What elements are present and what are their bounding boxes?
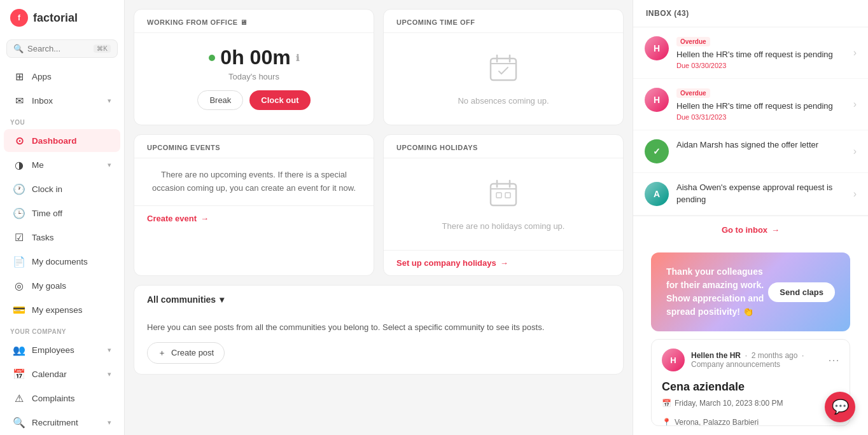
sidebar-item-label: Tasks — [32, 233, 54, 242]
post-author: Hellen the HR — [691, 351, 741, 360]
logo-area: f factorial — [0, 0, 124, 36]
sidebar-item-calendar[interactable]: 📅 Calendar ▾ — [4, 362, 120, 385]
svg-rect-0 — [491, 59, 516, 80]
arrow-icon: → — [500, 258, 508, 268]
inbox-item[interactable]: ✓ Aidan Marsh has signed the offer lette… — [633, 130, 868, 173]
sidebar-item-my-documents[interactable]: 📄 My documents — [4, 250, 120, 273]
chevron-icon: ▾ — [108, 161, 111, 169]
sidebar-item-label: Employees — [32, 345, 74, 355]
calendar-icon: 📅 — [13, 368, 25, 380]
break-button[interactable]: Break — [197, 90, 243, 110]
communities-chevron-icon: ▾ — [220, 294, 224, 305]
post-location: Verona, Palazzo Barbieri — [675, 418, 759, 426]
arrow-icon: → — [200, 214, 209, 223]
sidebar-item-employees[interactable]: 👥 Employees ▾ — [4, 338, 120, 361]
section-company-label: YOUR COMPANY — [0, 322, 124, 338]
arrow-icon: › — [853, 99, 857, 110]
right-panel: INBOX (43) H Overdue Hellen the HR's tim… — [633, 0, 868, 435]
inbox-section: INBOX (43) H Overdue Hellen the HR's tim… — [633, 0, 868, 244]
sidebar-item-label: Me — [32, 160, 44, 170]
create-event-label: Create event — [147, 214, 197, 223]
arrow-icon: › — [853, 146, 857, 157]
avatar: A — [645, 182, 669, 206]
post-options-icon[interactable]: ⋯ — [828, 353, 839, 367]
no-absences-icon — [487, 52, 519, 90]
info-icon[interactable]: ℹ — [296, 53, 299, 63]
set-up-holidays-link[interactable]: Set up company holidays → — [384, 250, 623, 275]
sidebar-item-label: Inbox — [32, 96, 53, 106]
holidays-header: UPCOMING HOLIDAYS — [384, 135, 623, 158]
inbox-item[interactable]: H Overdue Hellen the HR's time off reque… — [633, 27, 868, 79]
sidebar: f factorial 🔍 ⌘K ⊞ Apps ✉ Inbox ▾ YOU ⊙ … — [0, 0, 125, 435]
set-up-holidays-label: Set up company holidays — [396, 258, 496, 268]
go-to-inbox-link[interactable]: Go to inbox → — [633, 216, 868, 244]
main-content: WORKING FROM OFFICE 🖥 0h 00m ℹ Today's h… — [125, 0, 868, 435]
inbox-item-content: Aidan Marsh has signed the offer letter — [676, 139, 846, 151]
sidebar-item-my-goals[interactable]: ◎ My goals — [4, 274, 120, 297]
location-icon: 📍 — [662, 418, 671, 426]
go-to-inbox-label: Go to inbox — [722, 225, 767, 235]
create-post-button[interactable]: ＋ Create post — [147, 342, 225, 364]
sidebar-item-inbox[interactable]: ✉ Inbox ▾ — [4, 89, 120, 112]
logo-icon: f — [10, 9, 28, 27]
sidebar-item-time-off[interactable]: 🕒 Time off — [4, 202, 120, 224]
tasks-icon: ☑ — [13, 231, 25, 244]
search-icon: 🔍 — [13, 44, 24, 53]
chat-fab-button[interactable]: 💬 — [825, 392, 855, 422]
create-event-link[interactable]: Create event → — [134, 205, 374, 231]
events-empty-text: There are no upcoming events. If there i… — [134, 158, 374, 205]
inbox-item[interactable]: H Overdue Hellen the HR's time off reque… — [633, 79, 868, 130]
sidebar-item-label: Clock in — [32, 184, 62, 194]
calendar-icon: 📅 — [662, 399, 671, 408]
plus-icon: ＋ — [158, 347, 166, 359]
claps-text: Thank your colleagues for their amazing … — [666, 265, 768, 319]
upcoming-time-off-card: UPCOMING TIME OFF No absences coming up. — [383, 9, 624, 125]
post-card: H Hellen the HR · 2 months ago · Company… — [651, 339, 850, 426]
post-meta: Hellen the HR · 2 months ago · Company a… — [691, 351, 822, 369]
recruitment-icon: 🔍 — [13, 416, 25, 429]
sidebar-item-me[interactable]: ◑ Me ▾ — [4, 153, 120, 176]
post-details: 📅 Friday, March 10, 2023 8:00 PM 📍 Veron… — [652, 394, 850, 426]
communities-header[interactable]: All communities ▾ — [134, 286, 623, 314]
top-row: WORKING FROM OFFICE 🖥 0h 00m ℹ Today's h… — [134, 9, 624, 125]
search-input[interactable] — [27, 44, 90, 53]
timer-label: Today's hours — [228, 72, 279, 81]
sidebar-item-dashboard[interactable]: ⊙ Dashboard — [4, 129, 120, 152]
sidebar-item-apps[interactable]: ⊞ Apps — [4, 65, 120, 88]
sidebar-item-tasks[interactable]: ☑ Tasks — [4, 226, 120, 249]
sidebar-item-recruitment[interactable]: 🔍 Recruitment ▾ — [4, 411, 120, 434]
chevron-icon: ▾ — [108, 418, 111, 427]
inbox-item-content: Overdue Hellen the HR's time off request… — [676, 88, 846, 121]
sidebar-item-label: Time off — [32, 209, 62, 218]
avatar: ✓ — [645, 139, 669, 163]
sidebar-item-label: Complaints — [32, 394, 75, 403]
center-panel: WORKING FROM OFFICE 🖥 0h 00m ℹ Today's h… — [125, 0, 633, 435]
post-date: Friday, March 10, 2023 8:00 PM — [675, 399, 783, 408]
clock-out-button[interactable]: Clock out — [249, 90, 310, 110]
post-title: Cena aziendale — [652, 380, 850, 394]
sidebar-item-label: Apps — [32, 72, 52, 81]
search-box[interactable]: 🔍 ⌘K — [6, 39, 118, 58]
upcoming-holidays-card: UPCOMING HOLIDAYS There are no holidays … — [383, 134, 624, 276]
inbox-item-content: Aisha Owen's expense approval request is… — [676, 182, 846, 205]
wfo-timer-area: 0h 00m ℹ Today's hours Break Clock out — [134, 33, 374, 116]
post-location-item: 📍 Verona, Palazzo Barbieri — [662, 418, 759, 426]
timer-buttons: Break Clock out — [197, 90, 310, 110]
timer-display: 0h 00m — [220, 46, 290, 69]
holidays-empty: There are no holidays coming up. — [384, 158, 623, 250]
sidebar-item-complaints[interactable]: ⚠ Complaints — [4, 387, 120, 410]
send-claps-button[interactable]: Send claps — [768, 282, 835, 302]
sidebar-item-clock-in[interactable]: 🕐 Clock in — [4, 177, 120, 200]
inbox-header: INBOX (43) — [633, 0, 868, 27]
sidebar-item-my-expenses[interactable]: 💳 My expenses — [4, 298, 120, 321]
wfo-card-header: WORKING FROM OFFICE 🖥 — [134, 10, 374, 33]
sidebar-item-label: My expenses — [32, 305, 83, 315]
inbox-item[interactable]: A Aisha Owen's expense approval request … — [633, 173, 868, 216]
timer-value: 0h 00m ℹ — [209, 46, 298, 69]
search-shortcut: ⌘K — [94, 45, 111, 53]
inbox-item-date: Due 03/30/2023 — [676, 62, 846, 69]
section-you-label: YOU — [0, 113, 124, 128]
post-header: H Hellen the HR · 2 months ago · Company… — [652, 340, 850, 380]
second-row: UPCOMING EVENTS There are no upcoming ev… — [134, 134, 624, 276]
inbox-item-date: Due 03/31/2023 — [676, 113, 846, 121]
